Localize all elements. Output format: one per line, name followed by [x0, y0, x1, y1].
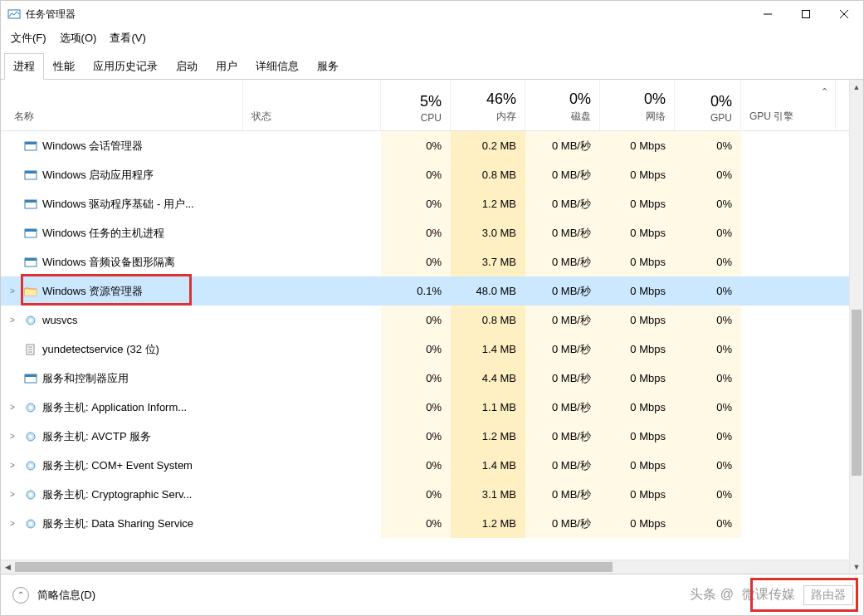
process-icon: [24, 488, 37, 501]
col-disk[interactable]: 0%磁盘: [525, 80, 600, 130]
table-row[interactable]: >服务主机: Application Inform...0%1.1 MB0 MB…: [1, 393, 863, 422]
network-cell: 0 Mbps: [600, 509, 675, 538]
gpu-engine-cell: [741, 131, 836, 160]
col-gpu[interactable]: 0%GPU: [675, 80, 741, 130]
table-row[interactable]: Windows 任务的主机进程0%3.0 MB0 MB/秒0 Mbps0%: [1, 218, 863, 247]
expand-icon[interactable]: >: [6, 519, 19, 528]
menu-file[interactable]: 文件(F): [6, 29, 51, 47]
table-row[interactable]: Windows 音频设备图形隔离0%3.7 MB0 MB/秒0 Mbps0%: [1, 247, 863, 276]
network-cell: 0 Mbps: [600, 480, 675, 509]
expand-icon[interactable]: >: [6, 461, 19, 470]
vscroll-thumb[interactable]: [852, 310, 862, 476]
memory-cell: 1.2 MB: [451, 509, 525, 538]
table-row[interactable]: >服务主机: COM+ Event System0%1.4 MB0 MB/秒0 …: [1, 451, 863, 480]
collapse-chevron-icon[interactable]: ⌃: [12, 587, 29, 604]
gpu-cell: 0%: [675, 218, 741, 247]
scroll-left-icon[interactable]: ◀: [1, 560, 15, 574]
expand-icon[interactable]: >: [6, 286, 19, 296]
expand-icon[interactable]: >: [6, 315, 19, 325]
network-cell: 0 Mbps: [600, 131, 675, 160]
scroll-up-icon[interactable]: ▲: [850, 80, 863, 94]
scroll-down-icon[interactable]: ▼: [850, 560, 863, 574]
memory-cell: 0.2 MB: [451, 131, 525, 160]
table-row[interactable]: >服务主机: Cryptographic Serv...0%3.1 MB0 MB…: [1, 480, 863, 509]
process-name: Windows 驱动程序基础 - 用户...: [42, 197, 194, 212]
network-cell: 0 Mbps: [600, 189, 675, 218]
table-row[interactable]: yundetectservice (32 位)0%1.4 MB0 MB/秒0 M…: [1, 335, 863, 364]
hscroll-thumb[interactable]: [15, 562, 613, 572]
menu-options[interactable]: 选项(O): [55, 29, 102, 47]
cpu-cell: 0%: [381, 393, 451, 422]
process-name: yundetectservice (32 位): [42, 342, 159, 357]
minimize-button[interactable]: [749, 1, 787, 27]
cpu-cell: 0%: [381, 160, 451, 189]
tab-processes[interactable]: 进程: [4, 53, 44, 80]
maximize-button[interactable]: [787, 1, 825, 27]
svg-rect-6: [25, 142, 37, 144]
network-cell: 0 Mbps: [600, 422, 675, 451]
menu-view[interactable]: 查看(V): [105, 29, 150, 47]
memory-cell: 3.0 MB: [451, 218, 525, 247]
table-row[interactable]: >服务主机: AVCTP 服务0%1.2 MB0 MB/秒0 Mbps0%: [1, 422, 863, 451]
disk-cell: 0 MB/秒: [525, 422, 600, 451]
process-icon: [24, 198, 37, 211]
process-icon: [24, 372, 37, 385]
col-name[interactable]: 名称: [1, 80, 243, 130]
tab-services[interactable]: 服务: [308, 53, 348, 80]
table-row[interactable]: Windows 驱动程序基础 - 用户...0%1.2 MB0 MB/秒0 Mb…: [1, 189, 863, 218]
col-gpu-engine[interactable]: ⌃GPU 引擎: [741, 80, 836, 130]
gpu-cell: 0%: [675, 480, 741, 509]
expand-icon[interactable]: >: [6, 403, 19, 412]
status-cell: [243, 160, 381, 189]
gpu-engine-cell: [741, 422, 836, 451]
status-cell: [243, 480, 381, 509]
process-name: 服务主机: COM+ Event System: [42, 458, 193, 473]
col-status[interactable]: 状态: [243, 80, 381, 130]
svg-rect-23: [25, 374, 37, 377]
status-cell: [243, 335, 381, 364]
col-cpu[interactable]: 5%CPU: [381, 80, 451, 130]
process-icon: [24, 256, 37, 269]
disk-cell: 0 MB/秒: [525, 364, 600, 393]
disk-cell: 0 MB/秒: [525, 306, 600, 335]
memory-cell: 0.8 MB: [451, 160, 525, 189]
gpu-cell: 0%: [675, 160, 741, 189]
col-network[interactable]: 0%网络: [600, 80, 675, 130]
process-icon: [24, 517, 37, 530]
tab-details[interactable]: 详细信息: [247, 53, 308, 80]
table-row[interactable]: Windows 启动应用程序0%0.8 MB0 MB/秒0 Mbps0%: [1, 160, 863, 189]
gpu-engine-cell: [741, 364, 836, 393]
svg-point-29: [29, 464, 32, 467]
svg-rect-2: [803, 11, 810, 18]
table-row[interactable]: >服务主机: Data Sharing Service0%1.2 MB0 MB/…: [1, 509, 863, 538]
vertical-scrollbar[interactable]: ▲ ▼: [849, 80, 863, 574]
table-row[interactable]: >wusvcs0%0.8 MB0 MB/秒0 Mbps0%: [1, 306, 863, 335]
table-row[interactable]: 服务和控制器应用0%4.4 MB0 MB/秒0 Mbps0%: [1, 364, 863, 393]
expand-icon[interactable]: >: [6, 432, 19, 441]
table-row[interactable]: >Windows 资源管理器0.1%48.0 MB0 MB/秒0 Mbps0%: [1, 276, 863, 306]
gpu-engine-cell: [741, 393, 836, 422]
fewer-details-link[interactable]: 简略信息(D): [37, 588, 95, 603]
close-button[interactable]: [825, 1, 863, 27]
expand-icon[interactable]: >: [6, 490, 19, 499]
cpu-cell: 0.1%: [381, 276, 451, 306]
process-name: 服务主机: Cryptographic Serv...: [42, 487, 192, 502]
gpu-engine-cell: [741, 160, 836, 189]
status-cell: [243, 218, 381, 247]
tab-performance[interactable]: 性能: [44, 53, 84, 80]
memory-cell: 1.4 MB: [451, 335, 525, 364]
table-row[interactable]: Windows 会话管理器0%0.2 MB0 MB/秒0 Mbps0%: [1, 131, 863, 160]
network-cell: 0 Mbps: [600, 218, 675, 247]
process-name: Windows 资源管理器: [42, 284, 143, 299]
disk-cell: 0 MB/秒: [525, 189, 600, 218]
gpu-cell: 0%: [675, 247, 741, 276]
process-name: wusvcs: [42, 314, 78, 326]
gpu-engine-cell: [741, 306, 836, 335]
horizontal-scrollbar[interactable]: ◀ ▶: [1, 560, 863, 574]
tab-users[interactable]: 用户: [207, 53, 247, 80]
tab-app-history[interactable]: 应用历史记录: [84, 53, 167, 80]
col-memory[interactable]: 46%内存: [451, 80, 525, 130]
cpu-cell: 0%: [381, 306, 451, 335]
tab-startup[interactable]: 启动: [167, 53, 207, 80]
memory-cell: 1.2 MB: [451, 189, 525, 218]
